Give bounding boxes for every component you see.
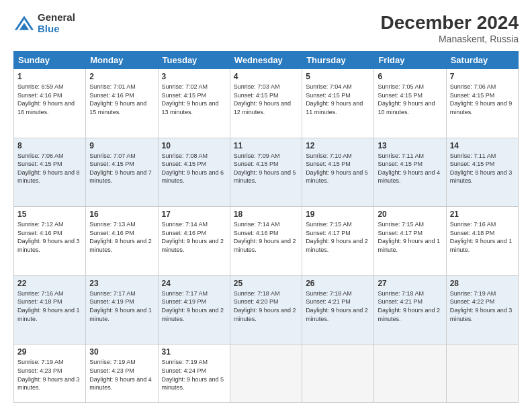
day-number: 15 [17, 210, 82, 219]
table-row: 30 Sunrise: 7:19 AM Sunset: 4:23 PM Dayl… [86, 345, 158, 403]
day-info: Sunrise: 7:06 AM Sunset: 4:15 PM Dayligh… [17, 152, 82, 185]
day-info: Sunrise: 7:14 AM Sunset: 4:16 PM Dayligh… [162, 220, 226, 254]
calendar-week-row: 8 Sunrise: 7:06 AM Sunset: 4:15 PM Dayli… [14, 138, 519, 207]
table-row: 11 Sunrise: 7:09 AM Sunset: 4:15 PM Dayl… [230, 138, 302, 207]
day-number: 6 [378, 72, 442, 81]
table-row: 20 Sunrise: 7:15 AM Sunset: 4:17 PM Dayl… [374, 207, 446, 276]
day-info: Sunrise: 7:15 AM Sunset: 4:17 PM Dayligh… [306, 220, 370, 254]
day-info: Sunrise: 7:09 AM Sunset: 4:15 PM Dayligh… [234, 152, 298, 185]
day-number: 21 [450, 210, 515, 219]
day-info: Sunrise: 7:16 AM Sunset: 4:18 PM Dayligh… [17, 289, 82, 323]
day-number: 18 [234, 210, 298, 219]
day-info: Sunrise: 7:18 AM Sunset: 4:21 PM Dayligh… [306, 289, 370, 323]
table-row: 14 Sunrise: 7:11 AM Sunset: 4:15 PM Dayl… [446, 138, 518, 207]
table-row: 6 Sunrise: 7:05 AM Sunset: 4:15 PM Dayli… [374, 69, 446, 138]
day-info: Sunrise: 7:19 AM Sunset: 4:23 PM Dayligh… [17, 358, 82, 392]
location: Manaskent, Russia [381, 34, 519, 44]
table-row: 2 Sunrise: 7:01 AM Sunset: 4:16 PM Dayli… [86, 69, 158, 138]
day-number: 26 [306, 279, 370, 288]
table-row: 22 Sunrise: 7:16 AM Sunset: 4:18 PM Dayl… [14, 275, 86, 345]
day-info: Sunrise: 7:19 AM Sunset: 4:24 PM Dayligh… [162, 358, 226, 392]
table-row [302, 345, 374, 403]
calendar-table: Sunday Monday Tuesday Wednesday Thursday… [13, 51, 519, 403]
day-info: Sunrise: 7:17 AM Sunset: 4:19 PM Dayligh… [162, 289, 226, 323]
day-info: Sunrise: 6:59 AM Sunset: 4:16 PM Dayligh… [17, 83, 82, 116]
table-row [446, 345, 518, 403]
table-row: 12 Sunrise: 7:10 AM Sunset: 4:15 PM Dayl… [302, 138, 374, 207]
day-number: 23 [89, 279, 154, 288]
day-info: Sunrise: 7:01 AM Sunset: 4:16 PM Dayligh… [89, 83, 154, 116]
day-info: Sunrise: 7:06 AM Sunset: 4:15 PM Dayligh… [450, 83, 515, 116]
title-area: December 2024 Manaskent, Russia [381, 12, 519, 44]
logo: General Blue [13, 12, 75, 34]
day-number: 14 [450, 141, 515, 150]
day-number: 27 [378, 279, 442, 288]
table-row: 7 Sunrise: 7:06 AM Sunset: 4:15 PM Dayli… [446, 69, 518, 138]
table-row: 4 Sunrise: 7:03 AM Sunset: 4:15 PM Dayli… [230, 69, 302, 138]
table-row: 15 Sunrise: 7:12 AM Sunset: 4:16 PM Dayl… [14, 207, 86, 276]
calendar-week-row: 1 Sunrise: 6:59 AM Sunset: 4:16 PM Dayli… [14, 69, 519, 138]
logo-text: General Blue [38, 12, 75, 34]
day-info: Sunrise: 7:14 AM Sunset: 4:16 PM Dayligh… [234, 220, 298, 254]
day-number: 12 [306, 141, 370, 150]
table-row: 24 Sunrise: 7:17 AM Sunset: 4:19 PM Dayl… [158, 275, 230, 345]
page: General Blue December 2024 Manaskent, Ru… [0, 0, 532, 411]
day-number: 5 [306, 72, 370, 81]
day-info: Sunrise: 7:05 AM Sunset: 4:15 PM Dayligh… [378, 83, 442, 116]
table-row: 9 Sunrise: 7:07 AM Sunset: 4:15 PM Dayli… [86, 138, 158, 207]
month-title: December 2024 [381, 12, 519, 34]
table-row: 21 Sunrise: 7:16 AM Sunset: 4:18 PM Dayl… [446, 207, 518, 276]
day-info: Sunrise: 7:03 AM Sunset: 4:15 PM Dayligh… [234, 83, 298, 116]
header-thursday: Thursday [302, 52, 374, 69]
table-row: 5 Sunrise: 7:04 AM Sunset: 4:15 PM Dayli… [302, 69, 374, 138]
day-info: Sunrise: 7:12 AM Sunset: 4:16 PM Dayligh… [17, 220, 82, 254]
calendar-week-row: 29 Sunrise: 7:19 AM Sunset: 4:23 PM Dayl… [14, 345, 519, 403]
day-number: 4 [234, 72, 298, 81]
table-row [230, 345, 302, 403]
day-info: Sunrise: 7:19 AM Sunset: 4:22 PM Dayligh… [450, 289, 515, 323]
table-row: 8 Sunrise: 7:06 AM Sunset: 4:15 PM Dayli… [14, 138, 86, 207]
table-row: 29 Sunrise: 7:19 AM Sunset: 4:23 PM Dayl… [14, 345, 86, 403]
day-number: 8 [17, 141, 82, 150]
day-number: 30 [89, 347, 154, 357]
table-row: 25 Sunrise: 7:18 AM Sunset: 4:20 PM Dayl… [230, 275, 302, 345]
day-number: 10 [162, 141, 226, 150]
table-row: 3 Sunrise: 7:02 AM Sunset: 4:15 PM Dayli… [158, 69, 230, 138]
table-row: 23 Sunrise: 7:17 AM Sunset: 4:19 PM Dayl… [86, 275, 158, 345]
day-number: 29 [17, 347, 82, 357]
table-row: 16 Sunrise: 7:13 AM Sunset: 4:16 PM Dayl… [86, 207, 158, 276]
table-row: 18 Sunrise: 7:14 AM Sunset: 4:16 PM Dayl… [230, 207, 302, 276]
day-number: 3 [162, 72, 226, 81]
table-row [374, 345, 446, 403]
table-row: 1 Sunrise: 6:59 AM Sunset: 4:16 PM Dayli… [14, 69, 86, 138]
table-row: 31 Sunrise: 7:19 AM Sunset: 4:24 PM Dayl… [158, 345, 230, 403]
day-info: Sunrise: 7:11 AM Sunset: 4:15 PM Dayligh… [378, 152, 442, 185]
logo-icon [13, 14, 35, 33]
day-number: 22 [17, 279, 82, 288]
day-number: 28 [450, 279, 515, 288]
day-number: 16 [89, 210, 154, 219]
header-sunday: Sunday [14, 52, 86, 69]
day-info: Sunrise: 7:16 AM Sunset: 4:18 PM Dayligh… [450, 220, 515, 254]
day-number: 2 [89, 72, 154, 81]
calendar-week-row: 15 Sunrise: 7:12 AM Sunset: 4:16 PM Dayl… [14, 207, 519, 276]
day-number: 13 [378, 141, 442, 150]
day-info: Sunrise: 7:10 AM Sunset: 4:15 PM Dayligh… [306, 152, 370, 185]
table-row: 17 Sunrise: 7:14 AM Sunset: 4:16 PM Dayl… [158, 207, 230, 276]
header-tuesday: Tuesday [158, 52, 230, 69]
header-monday: Monday [86, 52, 158, 69]
day-info: Sunrise: 7:13 AM Sunset: 4:16 PM Dayligh… [89, 220, 154, 254]
day-number: 25 [234, 279, 298, 288]
calendar-week-row: 22 Sunrise: 7:16 AM Sunset: 4:18 PM Dayl… [14, 275, 519, 345]
day-info: Sunrise: 7:04 AM Sunset: 4:15 PM Dayligh… [306, 83, 370, 116]
day-info: Sunrise: 7:11 AM Sunset: 4:15 PM Dayligh… [450, 152, 515, 185]
logo-blue-text: Blue [38, 24, 75, 35]
day-info: Sunrise: 7:17 AM Sunset: 4:19 PM Dayligh… [89, 289, 154, 323]
day-info: Sunrise: 7:18 AM Sunset: 4:21 PM Dayligh… [378, 289, 442, 323]
logo-general-text: General [38, 12, 75, 24]
table-row: 19 Sunrise: 7:15 AM Sunset: 4:17 PM Dayl… [302, 207, 374, 276]
table-row: 27 Sunrise: 7:18 AM Sunset: 4:21 PM Dayl… [374, 275, 446, 345]
day-number: 9 [89, 141, 154, 150]
day-number: 19 [306, 210, 370, 219]
day-number: 17 [162, 210, 226, 219]
